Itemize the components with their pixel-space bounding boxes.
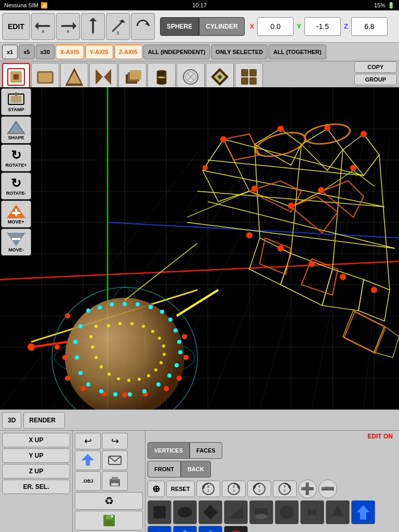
nav-rotate-btn[interactable]	[131, 13, 155, 40]
group-btn[interactable]: GROUP	[354, 74, 397, 85]
svg-point-128	[73, 340, 77, 344]
svg-rect-185	[106, 515, 112, 519]
svg-point-79	[55, 337, 195, 378]
nav-arrow-left-btn[interactable]: X	[31, 13, 55, 40]
vertices-btn[interactable]: VERTICES	[148, 442, 190, 459]
y-coord-input[interactable]	[304, 17, 341, 36]
shape-cylinder-btn[interactable]	[249, 500, 273, 524]
arrow-import-btn[interactable]	[75, 450, 101, 470]
svg-line-72	[364, 139, 390, 409]
move-minus-btn[interactable]: MOVE-	[1, 229, 31, 256]
undo-btn[interactable]: ↩	[75, 433, 101, 449]
cylinder-btn[interactable]: CYLINDER	[199, 17, 244, 36]
top-toolbar: EDIT X X Y Z	[0, 10, 399, 43]
svg-line-85	[322, 170, 353, 191]
nav-arrow-diag-btn[interactable]: Z	[106, 13, 130, 40]
viewport-3d[interactable]	[0, 87, 399, 409]
shape-cone-btn[interactable]	[326, 500, 350, 524]
y-axis-btn[interactable]: Y-AXIS	[85, 45, 113, 59]
shape-diamond-outline-btn[interactable]	[173, 526, 197, 532]
svg-point-213	[308, 504, 316, 510]
copy-btn[interactable]: COPY	[354, 61, 397, 73]
rot-x-ccw-btn[interactable]: X Z	[196, 481, 220, 497]
svg-point-123	[361, 131, 367, 137]
svg-point-141	[174, 328, 178, 332]
btn-render[interactable]: RENDER	[23, 412, 65, 429]
svg-line-177	[177, 290, 218, 316]
rot-x-cw-btn[interactable]: X Z	[222, 481, 246, 497]
svg-point-134	[128, 392, 132, 396]
svg-line-88	[203, 170, 218, 202]
shape-capsule-btn[interactable]	[300, 500, 324, 524]
mult-x5-btn[interactable]: x5	[19, 45, 34, 59]
x-coord-input[interactable]	[257, 17, 294, 36]
svg-line-83	[249, 191, 291, 207]
all-together-btn[interactable]: ALL (TOGETHER)	[269, 45, 326, 59]
svg-line-76	[108, 222, 399, 238]
obj-export-btn[interactable]: .OBJ	[75, 471, 101, 491]
rotate-plus-btn[interactable]: ↻ ROTATE+	[1, 144, 31, 171]
z-axis-btn[interactable]: Z-AXIS	[114, 45, 142, 59]
mult-x30-btn[interactable]: x30	[36, 45, 55, 59]
status-bar: Nessuna SIM 📶 10:17 15% 🔋	[0, 0, 399, 10]
x-axis-btn[interactable]: X-AXIS	[56, 45, 84, 59]
back-btn[interactable]: BACK	[181, 461, 211, 477]
svg-line-98	[332, 150, 343, 269]
svg-point-109	[183, 355, 189, 360]
move-crosshair-btn[interactable]: ⊕	[148, 481, 165, 497]
shape-toggle: SPHERE CYLINDER	[160, 17, 245, 36]
move-plus-btn[interactable]: MOVE+	[1, 201, 31, 228]
shape-sphere-btn[interactable]	[275, 500, 299, 524]
nav-arrow-up-btn[interactable]: Y	[81, 13, 105, 40]
svg-line-94	[203, 170, 384, 207]
btn-z-up[interactable]: Z UP	[2, 464, 70, 478]
z-coord-input[interactable]	[351, 17, 388, 36]
add-circle-btn[interactable]: ➕	[298, 480, 317, 498]
front-btn[interactable]: FRONT	[148, 461, 181, 477]
svg-point-153	[100, 365, 103, 368]
shape-arrow-right-btn[interactable]	[148, 526, 171, 532]
svg-marker-178	[82, 454, 94, 460]
remove-circle-btn[interactable]: ➖	[318, 480, 337, 498]
shape-wedge-btn[interactable]	[224, 500, 248, 524]
shape-arrow-up-btn[interactable]	[351, 500, 375, 524]
print-btn[interactable]	[102, 471, 128, 491]
shape-arrow-up-outline-btn[interactable]	[198, 526, 222, 532]
svg-marker-207	[229, 506, 243, 518]
svg-line-169	[125, 243, 197, 300]
svg-line-67	[104, 139, 260, 409]
faces-btn[interactable]: FACES	[190, 442, 222, 459]
edit-on-label: EDIT ON	[148, 433, 397, 440]
shape-oval-btn[interactable]	[173, 500, 197, 524]
btn-er-sel[interactable]: ER. SEL.	[2, 480, 70, 494]
recycle-btn[interactable]: ♻	[75, 492, 143, 510]
rot-y-cw-btn[interactable]: Y Z	[273, 481, 297, 497]
shape-square-btn[interactable]	[148, 500, 171, 524]
shape-minus-circle-btn[interactable]	[224, 526, 248, 532]
svg-line-69	[208, 139, 312, 409]
all-independent-btn[interactable]: ALL (INDEPENDENT)	[143, 45, 210, 59]
btn-3d[interactable]: 3D	[2, 412, 21, 429]
rem-of-icon	[209, 66, 231, 88]
redo-btn[interactable]: ↪	[102, 433, 128, 449]
svg-text:Z: Z	[117, 31, 119, 35]
shape-diamond-btn[interactable]	[198, 500, 222, 524]
svg-point-174	[304, 122, 351, 147]
nav-arrow-right-btn[interactable]: X	[56, 13, 80, 40]
shape-btn[interactable]: SHAPE	[1, 116, 31, 143]
edit-button[interactable]: EDIT	[2, 13, 30, 40]
only-selected-btn[interactable]: ONLY SELECTED	[211, 45, 268, 59]
svg-point-210	[255, 514, 268, 519]
btn-y-up[interactable]: Y UP	[2, 448, 70, 463]
stamp-btn[interactable]: STAMP	[1, 88, 31, 115]
email-btn[interactable]	[102, 450, 128, 470]
sphere-btn[interactable]: SPHERE	[160, 17, 199, 36]
mult-x1-btn[interactable]: x1	[2, 45, 18, 59]
reset-btn[interactable]: RESET	[166, 481, 195, 497]
save-btn[interactable]	[75, 511, 143, 530]
btn-x-up[interactable]: X UP	[2, 433, 70, 447]
svg-text:X: X	[207, 485, 209, 488]
svg-marker-206	[203, 505, 218, 520]
rotate-minus-btn[interactable]: ↺ ROTATE-	[1, 172, 31, 200]
rot-y-ccw-btn[interactable]: Y Z	[247, 481, 271, 497]
